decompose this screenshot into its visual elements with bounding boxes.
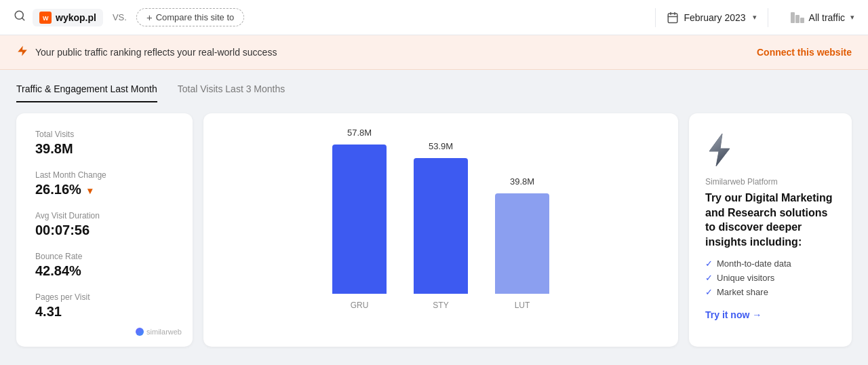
- site-favicon: W: [39, 12, 52, 24]
- chart-card: 57.8M GRU 53.9M STY 39.8M LUT: [203, 113, 678, 347]
- feature-label-2: Unique visitors: [717, 273, 774, 283]
- bar-value-sty: 53.9M: [429, 141, 453, 151]
- total-visits-label: Total Visits: [35, 130, 174, 139]
- bar-group-lut: 39.8M LUT: [495, 176, 549, 310]
- down-arrow-icon: ▾: [87, 185, 92, 196]
- stat-avg-duration: Avg Visit Duration 00:07:56: [35, 211, 174, 238]
- stat-total-visits: Total Visits 39.8M: [35, 130, 174, 157]
- connect-website-link[interactable]: Connect this website: [757, 47, 852, 58]
- pages-per-visit-value: 4.31: [35, 304, 174, 320]
- stat-bounce-rate: Bounce Rate 42.84%: [35, 252, 174, 279]
- svg-text:W: W: [43, 15, 49, 22]
- promo-card: Similarweb Platform Try our Digital Mark…: [689, 113, 852, 347]
- total-visits-value: 39.8M: [35, 141, 174, 157]
- bar-month-lut: LUT: [515, 301, 530, 310]
- svg-line-1: [22, 18, 24, 20]
- banner-left: Your public traffic ranking reflects you…: [16, 45, 277, 60]
- date-label: February 2023: [684, 12, 746, 23]
- svg-rect-10: [800, 18, 804, 23]
- chart-inner: 57.8M GRU 53.9M STY 39.8M LUT: [217, 140, 665, 330]
- traffic-selector[interactable]: All traffic ▾: [790, 10, 854, 25]
- calendar-icon: [667, 12, 679, 24]
- lightning-icon: [705, 132, 734, 168]
- promo-heading: Try our Digital Marketing and Research s…: [705, 191, 835, 249]
- promo-features-list: ✓ Month-to-date data ✓ Unique visitors ✓…: [705, 258, 835, 297]
- date-chevron-icon: ▾: [753, 13, 757, 22]
- bar-month-sty: STY: [433, 301, 448, 310]
- tab-traffic-engagement[interactable]: Traffic & Engagement Last Month: [16, 83, 157, 102]
- main-content: Traffic & Engagement Last Month Total Vi…: [0, 70, 868, 360]
- stat-pages-per-visit: Pages per Visit 4.31: [35, 292, 174, 320]
- search-icon[interactable]: [14, 9, 26, 25]
- promo-platform-label: Similarweb Platform: [705, 177, 835, 187]
- bounce-rate-value: 42.84%: [35, 263, 174, 279]
- feature-label-3: Market share: [717, 287, 768, 297]
- header-divider-2: [768, 8, 768, 27]
- svg-rect-8: [791, 12, 795, 23]
- traffic-chevron-icon: ▾: [850, 13, 854, 22]
- check-icon-3: ✓: [705, 287, 713, 297]
- traffic-icon: [790, 10, 805, 25]
- sw-logo-dot: [136, 328, 144, 336]
- last-month-change-value: 26.16% ▾: [35, 182, 174, 197]
- banner-icon: [16, 45, 28, 60]
- compare-button-label: Compare this site to: [156, 12, 235, 22]
- avg-duration-label: Avg Visit Duration: [35, 211, 174, 220]
- header-right: February 2023 ▾ All traffic ▾: [644, 8, 855, 27]
- date-picker[interactable]: February 2023 ▾: [667, 12, 757, 24]
- vs-label: VS.: [113, 12, 127, 22]
- stat-last-month-change: Last Month Change 26.16% ▾: [35, 170, 174, 197]
- bar-group-sty: 53.9M STY: [414, 141, 468, 310]
- plus-icon: +: [146, 12, 153, 23]
- tab-total-visits[interactable]: Total Visits Last 3 Months: [178, 83, 285, 102]
- bar-month-gru: GRU: [351, 301, 369, 310]
- last-month-change-label: Last Month Change: [35, 170, 174, 180]
- site-badge[interactable]: W wykop.pl: [33, 9, 103, 26]
- bar-value-gru: 57.8M: [347, 128, 372, 138]
- try-it-now-link[interactable]: Try it now →: [705, 309, 835, 320]
- header: W wykop.pl VS. + Compare this site to Fe…: [0, 0, 868, 35]
- feature-item-1: ✓ Month-to-date data: [705, 258, 835, 269]
- bar-gru: [332, 145, 387, 294]
- site-name: wykop.pl: [56, 12, 96, 23]
- bar-value-lut: 39.8M: [510, 176, 534, 187]
- feature-item-2: ✓ Unique visitors: [705, 273, 835, 283]
- feature-label-1: Month-to-date data: [717, 258, 791, 269]
- tabs: Traffic & Engagement Last Month Total Vi…: [16, 83, 852, 102]
- traffic-label: All traffic: [809, 12, 845, 23]
- bar-sty: [414, 158, 468, 294]
- banner-message: Your public traffic ranking reflects you…: [35, 47, 277, 58]
- svg-rect-9: [795, 15, 800, 23]
- compare-button[interactable]: + Compare this site to: [136, 8, 244, 26]
- sw-logo-text: similarweb: [146, 328, 182, 336]
- check-icon-2: ✓: [705, 273, 713, 283]
- pages-per-visit-label: Pages per Visit: [35, 292, 174, 302]
- bounce-rate-label: Bounce Rate: [35, 252, 174, 261]
- similarweb-logo: similarweb: [136, 328, 182, 336]
- check-icon-1: ✓: [705, 258, 713, 269]
- avg-duration-value: 00:07:56: [35, 223, 174, 238]
- bar-group-gru: 57.8M GRU: [332, 128, 387, 310]
- header-divider: [655, 8, 656, 27]
- bar-lut: [495, 193, 549, 294]
- banner: Your public traffic ranking reflects you…: [0, 35, 868, 70]
- stats-card: Total Visits 39.8M Last Month Change 26.…: [16, 113, 193, 347]
- feature-item-3: ✓ Market share: [705, 287, 835, 297]
- cards-row: Total Visits 39.8M Last Month Change 26.…: [16, 113, 852, 347]
- svg-rect-4: [668, 14, 677, 23]
